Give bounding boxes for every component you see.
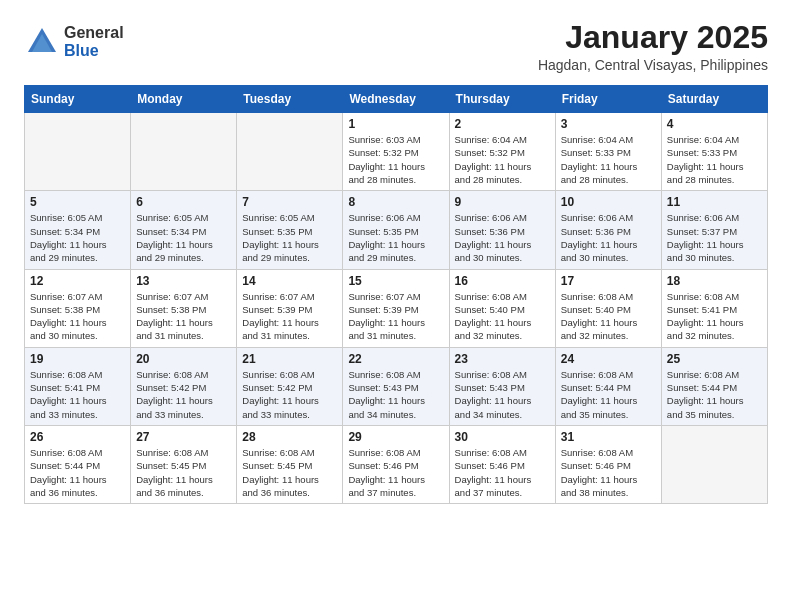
logo-general-label: General — [64, 24, 124, 42]
table-row: 7Sunrise: 6:05 AM Sunset: 5:35 PM Daylig… — [237, 191, 343, 269]
table-row — [661, 425, 767, 503]
day-info: Sunrise: 6:08 AM Sunset: 5:40 PM Dayligh… — [455, 290, 550, 343]
table-row: 10Sunrise: 6:06 AM Sunset: 5:36 PM Dayli… — [555, 191, 661, 269]
day-info: Sunrise: 6:08 AM Sunset: 5:42 PM Dayligh… — [136, 368, 231, 421]
day-info: Sunrise: 6:05 AM Sunset: 5:34 PM Dayligh… — [30, 211, 125, 264]
day-number: 17 — [561, 274, 656, 288]
table-row — [131, 113, 237, 191]
table-row: 21Sunrise: 6:08 AM Sunset: 5:42 PM Dayli… — [237, 347, 343, 425]
day-info: Sunrise: 6:06 AM Sunset: 5:36 PM Dayligh… — [455, 211, 550, 264]
logo: General Blue — [24, 24, 124, 60]
table-row: 11Sunrise: 6:06 AM Sunset: 5:37 PM Dayli… — [661, 191, 767, 269]
day-info: Sunrise: 6:07 AM Sunset: 5:38 PM Dayligh… — [30, 290, 125, 343]
day-info: Sunrise: 6:07 AM Sunset: 5:39 PM Dayligh… — [242, 290, 337, 343]
day-number: 7 — [242, 195, 337, 209]
table-row: 12Sunrise: 6:07 AM Sunset: 5:38 PM Dayli… — [25, 269, 131, 347]
day-info: Sunrise: 6:04 AM Sunset: 5:32 PM Dayligh… — [455, 133, 550, 186]
day-number: 3 — [561, 117, 656, 131]
day-info: Sunrise: 6:05 AM Sunset: 5:34 PM Dayligh… — [136, 211, 231, 264]
day-number: 2 — [455, 117, 550, 131]
table-row: 29Sunrise: 6:08 AM Sunset: 5:46 PM Dayli… — [343, 425, 449, 503]
day-info: Sunrise: 6:05 AM Sunset: 5:35 PM Dayligh… — [242, 211, 337, 264]
day-number: 16 — [455, 274, 550, 288]
day-number: 27 — [136, 430, 231, 444]
day-number: 5 — [30, 195, 125, 209]
page: General Blue January 2025 Hagdan, Centra… — [0, 0, 792, 612]
table-row: 9Sunrise: 6:06 AM Sunset: 5:36 PM Daylig… — [449, 191, 555, 269]
table-row: 15Sunrise: 6:07 AM Sunset: 5:39 PM Dayli… — [343, 269, 449, 347]
day-number: 1 — [348, 117, 443, 131]
day-info: Sunrise: 6:04 AM Sunset: 5:33 PM Dayligh… — [561, 133, 656, 186]
day-info: Sunrise: 6:08 AM Sunset: 5:42 PM Dayligh… — [242, 368, 337, 421]
table-row: 31Sunrise: 6:08 AM Sunset: 5:46 PM Dayli… — [555, 425, 661, 503]
day-info: Sunrise: 6:08 AM Sunset: 5:46 PM Dayligh… — [561, 446, 656, 499]
table-row: 19Sunrise: 6:08 AM Sunset: 5:41 PM Dayli… — [25, 347, 131, 425]
day-info: Sunrise: 6:08 AM Sunset: 5:43 PM Dayligh… — [348, 368, 443, 421]
header: General Blue January 2025 Hagdan, Centra… — [24, 20, 768, 73]
calendar-week-row: 1Sunrise: 6:03 AM Sunset: 5:32 PM Daylig… — [25, 113, 768, 191]
day-info: Sunrise: 6:07 AM Sunset: 5:38 PM Dayligh… — [136, 290, 231, 343]
day-info: Sunrise: 6:04 AM Sunset: 5:33 PM Dayligh… — [667, 133, 762, 186]
col-saturday: Saturday — [661, 86, 767, 113]
col-wednesday: Wednesday — [343, 86, 449, 113]
logo-blue-label: Blue — [64, 42, 124, 60]
day-number: 29 — [348, 430, 443, 444]
day-number: 13 — [136, 274, 231, 288]
day-number: 6 — [136, 195, 231, 209]
day-number: 21 — [242, 352, 337, 366]
table-row — [237, 113, 343, 191]
day-number: 31 — [561, 430, 656, 444]
calendar-header-row: Sunday Monday Tuesday Wednesday Thursday… — [25, 86, 768, 113]
day-number: 23 — [455, 352, 550, 366]
day-info: Sunrise: 6:03 AM Sunset: 5:32 PM Dayligh… — [348, 133, 443, 186]
day-number: 30 — [455, 430, 550, 444]
table-row: 22Sunrise: 6:08 AM Sunset: 5:43 PM Dayli… — [343, 347, 449, 425]
col-tuesday: Tuesday — [237, 86, 343, 113]
table-row: 4Sunrise: 6:04 AM Sunset: 5:33 PM Daylig… — [661, 113, 767, 191]
table-row: 17Sunrise: 6:08 AM Sunset: 5:40 PM Dayli… — [555, 269, 661, 347]
table-row: 3Sunrise: 6:04 AM Sunset: 5:33 PM Daylig… — [555, 113, 661, 191]
day-number: 15 — [348, 274, 443, 288]
day-info: Sunrise: 6:08 AM Sunset: 5:41 PM Dayligh… — [30, 368, 125, 421]
calendar-table: Sunday Monday Tuesday Wednesday Thursday… — [24, 85, 768, 504]
table-row: 26Sunrise: 6:08 AM Sunset: 5:44 PM Dayli… — [25, 425, 131, 503]
day-info: Sunrise: 6:08 AM Sunset: 5:44 PM Dayligh… — [667, 368, 762, 421]
day-number: 19 — [30, 352, 125, 366]
day-number: 26 — [30, 430, 125, 444]
table-row: 30Sunrise: 6:08 AM Sunset: 5:46 PM Dayli… — [449, 425, 555, 503]
calendar-week-row: 12Sunrise: 6:07 AM Sunset: 5:38 PM Dayli… — [25, 269, 768, 347]
day-number: 14 — [242, 274, 337, 288]
table-row: 20Sunrise: 6:08 AM Sunset: 5:42 PM Dayli… — [131, 347, 237, 425]
day-number: 25 — [667, 352, 762, 366]
day-info: Sunrise: 6:08 AM Sunset: 5:41 PM Dayligh… — [667, 290, 762, 343]
day-info: Sunrise: 6:08 AM Sunset: 5:45 PM Dayligh… — [136, 446, 231, 499]
title-section: January 2025 Hagdan, Central Visayas, Ph… — [538, 20, 768, 73]
day-number: 28 — [242, 430, 337, 444]
day-number: 4 — [667, 117, 762, 131]
table-row: 14Sunrise: 6:07 AM Sunset: 5:39 PM Dayli… — [237, 269, 343, 347]
logo-text: General Blue — [64, 24, 124, 59]
day-info: Sunrise: 6:06 AM Sunset: 5:35 PM Dayligh… — [348, 211, 443, 264]
calendar-week-row: 19Sunrise: 6:08 AM Sunset: 5:41 PM Dayli… — [25, 347, 768, 425]
day-info: Sunrise: 6:08 AM Sunset: 5:45 PM Dayligh… — [242, 446, 337, 499]
table-row: 28Sunrise: 6:08 AM Sunset: 5:45 PM Dayli… — [237, 425, 343, 503]
month-title: January 2025 — [538, 20, 768, 55]
day-info: Sunrise: 6:08 AM Sunset: 5:44 PM Dayligh… — [30, 446, 125, 499]
table-row: 2Sunrise: 6:04 AM Sunset: 5:32 PM Daylig… — [449, 113, 555, 191]
table-row: 16Sunrise: 6:08 AM Sunset: 5:40 PM Dayli… — [449, 269, 555, 347]
calendar-week-row: 5Sunrise: 6:05 AM Sunset: 5:34 PM Daylig… — [25, 191, 768, 269]
day-number: 11 — [667, 195, 762, 209]
day-info: Sunrise: 6:08 AM Sunset: 5:46 PM Dayligh… — [348, 446, 443, 499]
day-number: 22 — [348, 352, 443, 366]
location-subtitle: Hagdan, Central Visayas, Philippines — [538, 57, 768, 73]
table-row: 25Sunrise: 6:08 AM Sunset: 5:44 PM Dayli… — [661, 347, 767, 425]
day-info: Sunrise: 6:06 AM Sunset: 5:37 PM Dayligh… — [667, 211, 762, 264]
table-row: 8Sunrise: 6:06 AM Sunset: 5:35 PM Daylig… — [343, 191, 449, 269]
day-number: 20 — [136, 352, 231, 366]
table-row: 23Sunrise: 6:08 AM Sunset: 5:43 PM Dayli… — [449, 347, 555, 425]
table-row: 18Sunrise: 6:08 AM Sunset: 5:41 PM Dayli… — [661, 269, 767, 347]
day-number: 12 — [30, 274, 125, 288]
logo-icon — [24, 24, 60, 60]
col-monday: Monday — [131, 86, 237, 113]
day-info: Sunrise: 6:06 AM Sunset: 5:36 PM Dayligh… — [561, 211, 656, 264]
